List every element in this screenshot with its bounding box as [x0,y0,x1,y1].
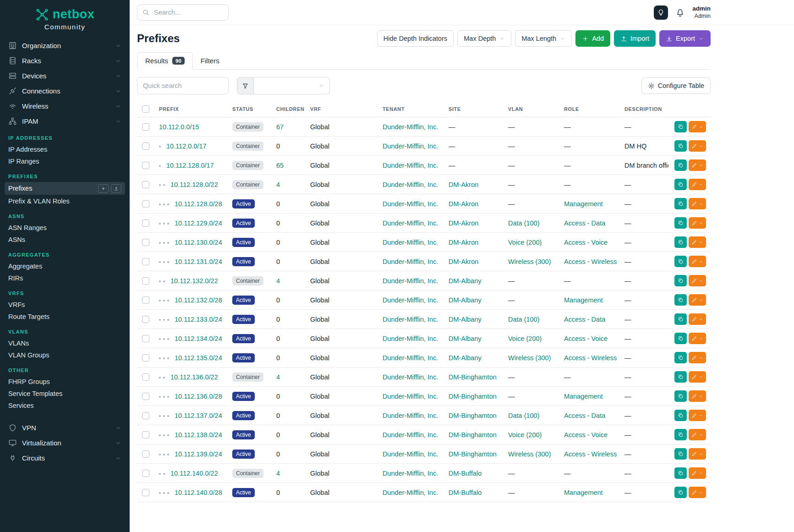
row-checkbox[interactable] [142,393,149,400]
edit-button[interactable] [689,256,706,267]
column-header-role[interactable]: ROLE [559,102,620,117]
role-link[interactable]: Access - Wireless [564,450,617,458]
vlan-link[interactable]: Data (100) [508,412,540,419]
vlan-link[interactable]: Voice (200) [508,239,542,246]
sidebar-item-vrfs[interactable]: VRFs [5,299,125,310]
column-header-vrf[interactable]: VRF [306,102,378,117]
role-link[interactable]: Access - Data [564,412,605,419]
site-link[interactable]: DM-Albany [449,277,482,285]
add-button[interactable]: Add [575,30,610,47]
column-header-tenant[interactable]: TENANT [378,102,444,117]
edit-button[interactable] [689,159,706,171]
row-checkbox[interactable] [142,200,149,208]
row-checkbox[interactable] [142,412,149,419]
copy-button[interactable] [674,140,687,152]
row-checkbox[interactable] [142,296,149,304]
site-link[interactable]: DM-Akron [449,181,478,188]
edit-button[interactable] [689,140,706,152]
sidebar-item-vlans[interactable]: VLANs [5,337,125,349]
copy-button[interactable] [674,352,687,363]
site-link[interactable]: DM-Akron [449,239,478,246]
row-checkbox[interactable] [142,431,149,439]
role-link[interactable]: Management [564,200,603,208]
tenant-link[interactable]: Dunder-Mifflin, Inc. [383,296,438,304]
tenant-link[interactable]: Dunder-Mifflin, Inc. [383,335,438,342]
prefix-link[interactable]: 10.112.140.0/28 [175,489,222,496]
brand-home-link[interactable]: netbox Community [0,0,130,33]
prefix-link[interactable]: 10.112.128.0/22 [170,181,218,188]
column-header-vlan[interactable]: VLAN [504,102,559,117]
tenant-link[interactable]: Dunder-Mifflin, Inc. [383,239,438,246]
sidebar-item-wireless[interactable]: Wireless [5,99,125,114]
prefix-link[interactable]: 10.112.136.0/28 [175,393,222,400]
row-checkbox[interactable] [142,162,149,169]
prefix-link[interactable]: 10.112.137.0/24 [175,412,222,419]
copy-button[interactable] [674,236,687,248]
sidebar-item-vlan-groups[interactable]: VLAN Groups [5,349,125,361]
prefix-link[interactable]: 10.112.132.0/28 [175,296,222,304]
copy-button[interactable] [674,429,687,440]
vlan-link[interactable]: Voice (200) [508,431,542,439]
sidebar-item-virtualization[interactable]: Virtualization [5,435,125,450]
tenant-link[interactable]: Dunder-Mifflin, Inc. [383,277,438,285]
import-button[interactable]: Import [614,30,656,47]
prefix-link[interactable]: 10.112.132.0/22 [170,277,218,285]
edit-button[interactable] [689,352,706,363]
tenant-link[interactable]: Dunder-Mifflin, Inc. [383,393,438,400]
configure-table-button[interactable]: Configure Table [641,77,711,94]
row-checkbox[interactable] [142,181,149,188]
role-link[interactable]: Access - Wireless [564,258,617,265]
edit-button[interactable] [689,410,706,421]
add-prefix-quick-button[interactable] [98,184,109,193]
row-checkbox[interactable] [142,470,149,477]
site-link[interactable]: DM-Binghamton [449,373,497,381]
copy-button[interactable] [674,410,687,421]
tenant-link[interactable]: Dunder-Mifflin, Inc. [383,181,438,188]
edit-button[interactable] [689,487,706,498]
copy-button[interactable] [674,275,687,286]
site-link[interactable]: DM-Binghamton [449,393,497,400]
children-count-link[interactable]: 4 [276,277,280,285]
sidebar-item-asn-ranges[interactable]: ASN Ranges [5,222,125,233]
sidebar-item-circuits[interactable]: Circuits [5,450,125,466]
copy-button[interactable] [674,179,687,190]
notifications-button[interactable] [675,8,685,17]
prefix-link[interactable]: 10.112.138.0/24 [175,431,222,439]
copy-button[interactable] [674,313,687,325]
tenant-link[interactable]: Dunder-Mifflin, Inc. [383,200,438,208]
role-link[interactable]: Management [564,393,603,400]
column-header-children[interactable]: CHILDREN [272,102,306,117]
sidebar-item-ip-addresses[interactable]: IP Addresses [5,143,125,155]
export-dropdown[interactable]: Export [659,30,711,47]
sidebar-item-prefixes[interactable]: Prefixes [5,182,125,195]
search-input[interactable] [137,4,229,21]
prefix-link[interactable]: 10.112.128.0/17 [166,162,214,169]
max-depth-dropdown[interactable]: Max Depth [457,30,511,47]
filter-button[interactable] [237,77,254,94]
copy-button[interactable] [674,121,687,132]
edit-button[interactable] [689,179,706,190]
edit-button[interactable] [689,313,706,325]
vlan-link[interactable]: Wireless (300) [508,450,551,458]
sidebar-item-connections[interactable]: Connections [5,83,125,99]
row-checkbox[interactable] [142,450,149,458]
vlan-link[interactable]: Voice (200) [508,335,542,342]
prefix-link[interactable]: 10.112.135.0/24 [175,354,222,362]
vlan-link[interactable]: Data (100) [508,219,540,227]
tenant-link[interactable]: Dunder-Mifflin, Inc. [383,450,438,458]
edit-button[interactable] [689,121,706,132]
prefix-link[interactable]: 10.112.134.0/24 [175,335,222,342]
site-link[interactable]: DM-Albany [449,354,482,362]
prefix-link[interactable]: 10.112.136.0/22 [170,373,218,381]
vlan-link[interactable]: Wireless (300) [508,258,551,265]
prefix-link[interactable]: 10.112.129.0/24 [175,219,222,227]
site-link[interactable]: DM-Albany [449,296,482,304]
theme-toggle-button[interactable] [654,5,668,20]
row-checkbox[interactable] [142,219,149,227]
column-header-description[interactable]: DESCRIPTION [620,102,668,117]
copy-button[interactable] [674,448,687,460]
copy-button[interactable] [674,467,687,479]
prefix-link[interactable]: 10.112.130.0/24 [175,239,222,246]
edit-button[interactable] [689,198,706,209]
column-header-prefix[interactable]: PREFIX [154,102,228,117]
